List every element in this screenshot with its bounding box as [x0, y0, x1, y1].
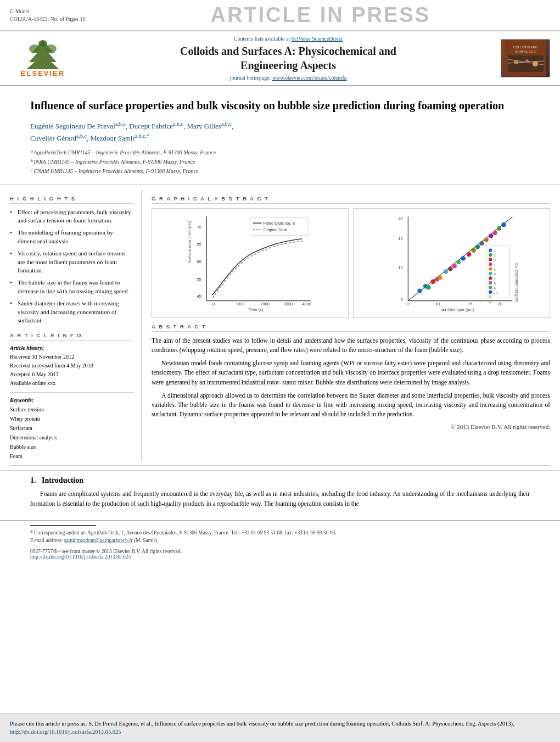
- svg-text:1000: 1000: [236, 302, 244, 306]
- journal-homepage: journal homepage: www.elsevier.com/locat…: [76, 75, 501, 81]
- svg-point-81: [489, 281, 492, 284]
- svg-text:55: 55: [197, 276, 201, 281]
- left-chart-svg: Surface area (m²/h·k·V) Time (s) 0 1000 …: [154, 211, 346, 315]
- svg-text:0: 0: [212, 302, 215, 306]
- svg-point-60: [479, 241, 484, 246]
- revised-date: Received in revised form 4 May 2013: [10, 361, 133, 370]
- right-column: G R A P H I C A L A B S T R A C T Surfac…: [149, 190, 550, 461]
- svg-text:45: 45: [197, 294, 201, 299]
- footnote-corresponding: * Corresponding author at: AgroParisTech…: [30, 530, 337, 535]
- journal-title-line1: Colloids and Surfaces A: Physicochemical…: [180, 45, 396, 57]
- svg-text:d₃₂ théorique (µm): d₃₂ théorique (µm): [441, 306, 474, 311]
- journal-center: Contents lists available at SciVerse Sci…: [76, 36, 501, 81]
- svg-text:15: 15: [398, 236, 402, 241]
- journal-title-line2: Engineering Aspects: [240, 59, 336, 71]
- abstract-text: The aim of the present studies was to fo…: [152, 336, 550, 420]
- svg-text:70: 70: [197, 224, 201, 229]
- journal-cover-icon: COLLOIDS AND SURFACES A: [505, 40, 546, 76]
- svg-point-11: [514, 60, 518, 64]
- svg-point-52: [444, 269, 448, 274]
- doi-link[interactable]: http://dx.doi.org/10.1016/j.colsurfa.201…: [30, 554, 131, 560]
- svg-point-62: [489, 233, 493, 238]
- elsevier-logo: ELSEVIER: [10, 39, 76, 77]
- affiliations: ᵃ AgroParisTech UMR1145 – Ingénierie Pro…: [30, 148, 530, 175]
- received-date: Received 30 November 2012: [10, 353, 133, 361]
- intro-title: 1. Introduction: [30, 476, 530, 485]
- footnote-email-link[interactable]: samir.mezdour@agroparistech.fr: [64, 538, 133, 543]
- keywords-list: Surface tension Whey protein Surfactant …: [10, 405, 133, 461]
- svg-point-73: [489, 263, 492, 266]
- svg-text:6: 6: [494, 272, 496, 276]
- svg-text:3: 3: [494, 258, 496, 261]
- journal-header: ELSEVIER Contents lists available at Sci…: [0, 31, 560, 86]
- cite-text: Please cite this article in press as: S.…: [10, 721, 514, 727]
- intro-para1: Foams are complicated systems and freque…: [30, 489, 530, 509]
- keyword-item: Dimensional analysis: [10, 433, 133, 442]
- article-history-label: Article history:: [10, 345, 133, 351]
- svg-point-2: [29, 44, 40, 53]
- svg-text:20: 20: [498, 302, 502, 306]
- svg-text:11: 11: [488, 295, 491, 298]
- intro-section-number: 1.: [30, 476, 36, 484]
- svg-point-3: [46, 44, 57, 53]
- copyright-line: © 2013 Elsevier B.V. All rights reserved…: [152, 423, 550, 430]
- journal-title: Colloids and Surfaces A: Physicochemical…: [76, 44, 501, 72]
- keyword-item: Foam: [10, 451, 133, 461]
- homepage-label: journal homepage:: [230, 75, 271, 81]
- svg-point-4: [38, 40, 47, 47]
- footnote-email-label: E-mail address:: [30, 538, 63, 543]
- svg-text:9: 9: [494, 286, 496, 289]
- article-info-header: A R T I C L E I N F O: [10, 332, 133, 341]
- page: G Model COLSUA-18423; No. of Pages 10 AR…: [0, 0, 560, 742]
- svg-point-59: [475, 244, 480, 249]
- svg-point-61: [484, 237, 489, 242]
- svg-text:Fitted Data: Eq. 8: Fitted Data: Eq. 8: [264, 221, 295, 226]
- affil-c: ᶜ CNAM UMR1145 – Ingénierie Procédés Ali…: [30, 167, 530, 175]
- svg-text:65: 65: [197, 242, 201, 247]
- svg-text:Time (s): Time (s): [249, 306, 264, 311]
- highlight-item: Sauter diameter decreases with increasin…: [10, 299, 133, 325]
- svg-point-83: [489, 286, 492, 289]
- svg-point-55: [456, 259, 461, 264]
- cite-doi-link[interactable]: http://dx.doi.org/10.1016/j.colsurfa.201…: [10, 729, 121, 735]
- keyword-item: Surface tension: [10, 405, 133, 414]
- svg-point-69: [489, 253, 492, 256]
- svg-point-63: [492, 231, 497, 235]
- left-column: H I G H L I G H T S Effect of processing…: [10, 190, 142, 461]
- svg-text:12: 12: [488, 299, 491, 303]
- svg-point-54: [452, 264, 457, 268]
- left-graph: Surface area (m²/h·k·V) Time (s) 0 1000 …: [152, 208, 349, 318]
- abstract-para1: The aim of the present studies was to fo…: [152, 336, 550, 355]
- highlights-header: H I G H L I G H T S: [10, 196, 133, 204]
- svg-point-13: [533, 61, 538, 66]
- graphical-abstract-header: G R A P H I C A L A B S T R A C T: [152, 196, 550, 204]
- svg-text:10: 10: [494, 291, 497, 294]
- homepage-link[interactable]: www.elsevier.com/locate/colsurfa: [272, 75, 346, 81]
- svg-text:2: 2: [494, 253, 496, 257]
- svg-text:20: 20: [398, 215, 402, 220]
- intro-text: Foams are complicated systems and freque…: [30, 489, 530, 509]
- footnote-rule: [30, 525, 96, 526]
- svg-point-64: [497, 226, 501, 230]
- svg-text:Original Data: Original Data: [264, 227, 288, 232]
- svg-point-56: [461, 256, 465, 260]
- top-header: G Model COLSUA-18423; No. of Pages 10 AR…: [0, 0, 560, 31]
- svg-text:SURFACES A: SURFACES A: [515, 50, 536, 53]
- svg-text:0: 0: [401, 297, 403, 302]
- svg-text:0: 0: [406, 302, 408, 306]
- highlight-item: The bubble size in the foams was found t…: [10, 278, 133, 295]
- keyword-item: Surfactant: [10, 423, 133, 433]
- svg-text:10: 10: [435, 302, 440, 306]
- journal-logo-right-inner: COLLOIDS AND SURFACES A: [505, 40, 546, 77]
- svg-point-85: [489, 290, 492, 293]
- footnote-text: * Corresponding author at: AgroParisTech…: [30, 529, 530, 545]
- svg-point-58: [471, 248, 475, 252]
- svg-text:8: 8: [494, 281, 496, 285]
- svg-point-79: [489, 276, 492, 280]
- journal-logo-right: COLLOIDS AND SURFACES A: [501, 39, 550, 77]
- doi-line[interactable]: http://dx.doi.org/10.1016/j.colsurfa.201…: [30, 554, 530, 560]
- article-authors: Eugénie Seguineau De Prevala,b,c, Ducept…: [30, 120, 530, 144]
- abstract-header: A B S T R A C T: [152, 323, 550, 332]
- footnote-email-name: (M. Samir).: [134, 538, 159, 543]
- keywords-label: Keywords:: [10, 397, 133, 403]
